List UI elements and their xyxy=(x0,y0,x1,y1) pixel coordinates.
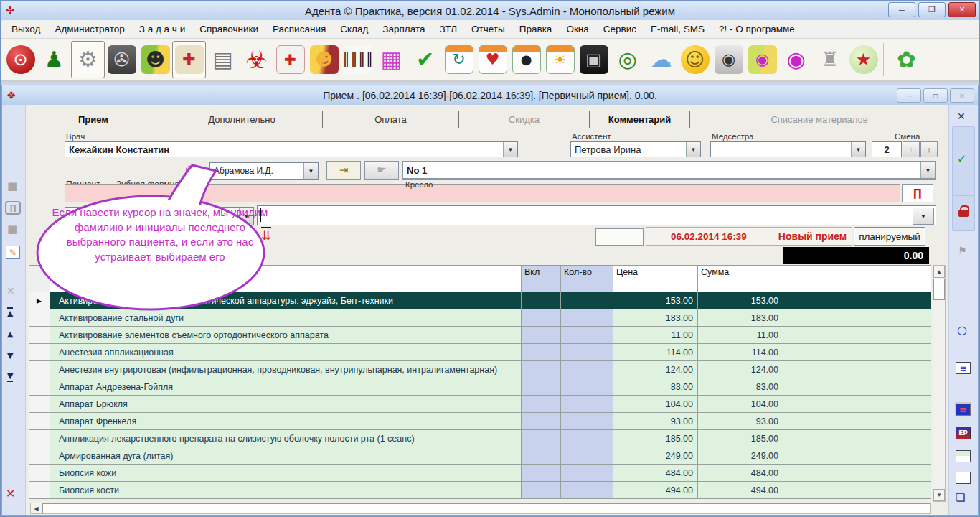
service-incl[interactable] xyxy=(522,309,561,327)
first-aid-kit-icon[interactable]: ✚ xyxy=(273,41,307,78)
service-qty[interactable] xyxy=(561,361,613,378)
page-view-icon[interactable]: ❏ xyxy=(956,493,965,503)
planned-button[interactable]: планируемый xyxy=(854,227,925,246)
settings-tools-icon[interactable]: ⚙ xyxy=(71,41,105,78)
split-view-icon[interactable] xyxy=(956,450,971,462)
icq-flower-icon[interactable]: ✿ xyxy=(890,41,923,78)
menu-item-7[interactable]: ЗТЛ xyxy=(432,24,464,34)
schedule-day-icon[interactable]: ☀ xyxy=(543,41,577,78)
list-plain-icon[interactable]: ≡ xyxy=(956,362,971,374)
schedule-heart-icon[interactable]: ♥ xyxy=(476,41,509,78)
service-incl[interactable] xyxy=(522,344,561,361)
schedule-sync-icon[interactable]: ↻ xyxy=(442,41,476,78)
confirm-check-icon[interactable]: ✓ xyxy=(957,154,966,165)
service-incl[interactable] xyxy=(522,482,561,499)
menu-item-8[interactable]: Отчеты xyxy=(464,24,512,34)
menu-item-0[interactable]: Выход xyxy=(4,24,47,34)
power-icon[interactable]: ⊙ xyxy=(4,41,37,78)
biohazard-icon[interactable]: ☣ xyxy=(240,41,273,78)
alarm-clock-icon[interactable]: ◎ xyxy=(611,41,644,78)
chair-combobox[interactable]: No 1 ▼ xyxy=(402,161,936,180)
chevron-down-icon[interactable]: ▼ xyxy=(851,142,865,157)
service-qty[interactable] xyxy=(561,378,613,396)
assistant-combobox[interactable]: Петрова Ирина ▼ xyxy=(570,141,701,157)
service-qty[interactable] xyxy=(561,413,613,430)
alarm-star-icon[interactable]: ★ xyxy=(847,41,880,78)
shift-up-button[interactable]: ↑ xyxy=(903,141,920,157)
table-row[interactable]: Анестезия аппликационная114.00114.00 xyxy=(29,344,931,361)
service-incl[interactable] xyxy=(522,378,561,396)
service-qty[interactable] xyxy=(561,447,613,465)
menu-item-1[interactable]: Администратор xyxy=(47,24,131,34)
service-incl[interactable] xyxy=(522,361,561,378)
chevron-down-icon[interactable]: ▼ xyxy=(686,142,700,157)
tooth-icon[interactable]: ∏ xyxy=(902,184,933,202)
restore-button[interactable]: ❐ xyxy=(918,2,946,17)
select-patient-door-icon[interactable]: ⇥ xyxy=(326,161,361,180)
menu-item-5[interactable]: Склад xyxy=(333,24,375,34)
list-ep-icon[interactable]: EP xyxy=(956,427,971,439)
scrollbar-thumb[interactable] xyxy=(42,503,930,513)
lock-icon[interactable] xyxy=(958,210,969,217)
media-tv-icon[interactable]: ▣ xyxy=(577,41,611,78)
menu-item-13[interactable]: ?! - О программе xyxy=(712,24,802,34)
table-row[interactable]: Аппарат Андрезена-Гойпля83.0083.00 xyxy=(29,378,931,396)
table-row[interactable]: Активирование элементов съемного ортодон… xyxy=(29,327,931,344)
barcode-icon[interactable]: ║║║║ xyxy=(341,41,374,78)
child-maximize-button[interactable]: □ xyxy=(923,88,948,103)
nurse-combobox[interactable]: ▼ xyxy=(710,141,866,157)
move-down-icon[interactable]: ▼ xyxy=(7,352,13,360)
menu-item-3[interactable]: Справочники xyxy=(192,24,265,34)
chevron-down-icon[interactable]: ▼ xyxy=(503,142,517,157)
delete-cross-icon[interactable]: ✕ xyxy=(6,286,15,296)
service-qty[interactable] xyxy=(561,292,613,309)
table-row[interactable]: Аппарат Брюкля104.00104.00 xyxy=(29,396,931,413)
table-row[interactable]: Биопсия кости494.00494.00 xyxy=(29,482,931,499)
service-qty[interactable] xyxy=(561,344,613,361)
service-incl[interactable] xyxy=(522,292,561,309)
blank-view-icon[interactable] xyxy=(956,472,971,484)
schedule-grid-icon[interactable]: ▦ xyxy=(374,41,408,78)
service-search-input[interactable] xyxy=(257,205,936,225)
robot-icon[interactable]: ♜ xyxy=(813,41,847,78)
service-incl[interactable] xyxy=(522,447,561,465)
child-minimize-button[interactable]: ─ xyxy=(897,88,921,103)
service-incl[interactable] xyxy=(522,327,561,344)
schedule-check-icon[interactable]: ✔ xyxy=(408,41,442,78)
menu-item-11[interactable]: Сервис xyxy=(596,24,644,34)
table-row[interactable]: Анестезия внутриротовая (инфильтрационна… xyxy=(29,361,931,378)
chevron-down-icon[interactable]: ▼ xyxy=(303,163,318,179)
menu-item-12[interactable]: E-mail, SMS xyxy=(644,24,712,34)
edit-document-icon[interactable]: ✎ xyxy=(6,246,20,259)
pin-icon[interactable]: ⚑ xyxy=(958,246,967,256)
tab-Дополнительно[interactable]: Дополнительно xyxy=(161,111,323,128)
list-selected-icon[interactable]: ≡ xyxy=(955,402,971,416)
menu-item-4[interactable]: Расписания xyxy=(265,24,333,34)
minimize-button[interactable]: ─ xyxy=(888,2,915,17)
view-document-icon[interactable]: ◉ xyxy=(745,41,779,78)
scrollbar-thumb[interactable] xyxy=(933,279,945,300)
move-top-icon[interactable]: ▲ xyxy=(7,307,13,317)
tab-Списание материалов[interactable]: Списание материалов xyxy=(690,111,948,128)
service-qty[interactable] xyxy=(561,430,613,447)
finder-face-icon[interactable]: ☻ xyxy=(138,41,172,78)
doctor-combobox[interactable]: Кежайкин Константин ▼ xyxy=(65,141,518,157)
record-circle-icon[interactable]: ○ xyxy=(957,325,967,336)
scroll-left-icon[interactable]: ◀ xyxy=(31,503,42,513)
tooth-icon[interactable]: ∏ xyxy=(5,201,21,215)
camera-icon[interactable]: ◉ xyxy=(712,41,745,78)
shift-down-button[interactable]: ↓ xyxy=(920,141,938,157)
tab-Скидка[interactable]: Скидка xyxy=(459,111,590,128)
menu-item-2[interactable]: З а д а ч и xyxy=(132,24,192,34)
shift-field[interactable]: 2 xyxy=(872,141,902,157)
patient-emotions-icon[interactable]: ☻ xyxy=(307,41,341,78)
scroll-down-icon[interactable]: ▼ xyxy=(933,489,945,501)
cancel-cross-icon[interactable]: ✕ xyxy=(6,488,15,500)
service-dropdown-button[interactable]: ▼ xyxy=(913,208,934,225)
tab-Оплата[interactable]: Оплата xyxy=(323,111,459,128)
tab-Прием[interactable]: Прием xyxy=(26,111,161,128)
service-incl[interactable] xyxy=(522,465,561,482)
menu-item-10[interactable]: Окна xyxy=(559,24,595,34)
service-qty[interactable] xyxy=(561,465,613,482)
service-qty[interactable] xyxy=(561,309,613,327)
